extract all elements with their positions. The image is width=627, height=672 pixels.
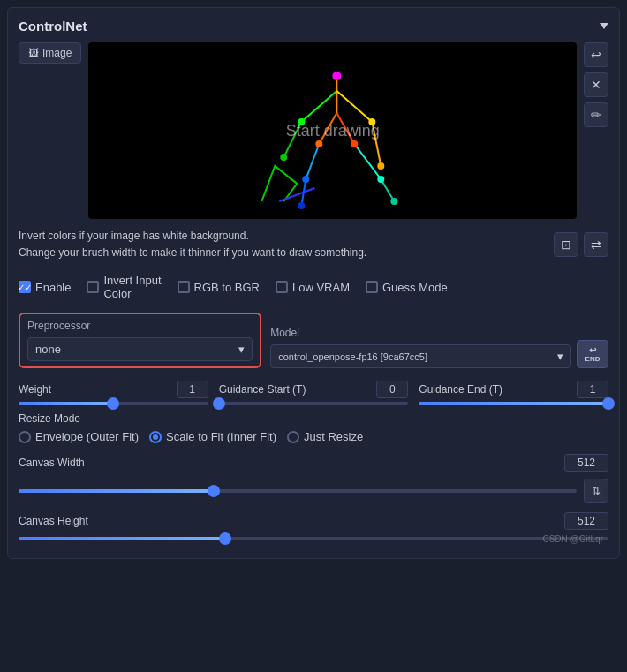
guidance-start-value: 0 — [376, 381, 408, 398]
resize-just-resize[interactable]: Just Resize — [287, 430, 363, 443]
weight-thumb[interactable] — [107, 397, 119, 410]
invert-input-checkbox[interactable]: Invert InputColor — [87, 274, 161, 300]
canvas-height-label: Canvas Height — [19, 515, 107, 527]
undo-icon: ↩ — [591, 48, 601, 62]
guidance-start-group: Guidance Start (T) 0 — [219, 381, 409, 405]
aspect-ratio-button[interactable]: ⇅ — [584, 479, 608, 503]
image-button[interactable]: 🖼 Image — [19, 42, 81, 64]
scale-fit-radio — [149, 431, 162, 443]
svg-line-2 — [302, 91, 337, 122]
end-arrow-icon: ↩ — [589, 345, 596, 355]
swap-button[interactable]: ⇄ — [584, 232, 608, 257]
swap-icon: ⇄ — [591, 238, 601, 252]
guidance-start-slider[interactable] — [219, 402, 409, 405]
canvas-height-value: 512 — [564, 512, 608, 530]
guess-mode-checkbox[interactable]: Guess Mode — [366, 281, 448, 294]
canvas-width-thumb[interactable] — [208, 485, 220, 497]
end-button[interactable]: ↩ END — [577, 340, 608, 368]
canvas-width-slider[interactable] — [19, 489, 577, 493]
weight-group: Weight 1 — [19, 381, 208, 405]
canvas-drawing-area[interactable]: Start drawing — [88, 42, 577, 219]
resize-mode-options: Envelope (Outer Fit) Scale to Fit (Inner… — [19, 430, 608, 443]
weight-value: 1 — [177, 381, 208, 398]
svg-point-16 — [316, 140, 323, 147]
envelope-radio — [19, 431, 31, 443]
svg-point-19 — [298, 202, 306, 209]
svg-line-22 — [280, 188, 315, 201]
guidance-end-label: Guidance End (T) — [419, 383, 502, 396]
rgb-cb-indicator — [178, 281, 190, 293]
panel-title: ControlNet — [19, 19, 87, 34]
preprocessor-label: Preprocessor — [27, 320, 253, 332]
svg-line-8 — [306, 144, 320, 179]
pencil-button[interactable]: ✏ — [584, 102, 608, 127]
panel-header: ControlNet — [19, 19, 608, 34]
canvas-controls: ↩ ✕ ✏ — [584, 42, 608, 127]
info-buttons: ⊡ ⇄ — [554, 232, 608, 257]
guidance-end-thumb[interactable] — [602, 397, 615, 410]
three-sliders: Weight 1 Guidance Start (T) 0 Guidance E… — [19, 381, 608, 405]
svg-point-20 — [378, 176, 385, 183]
pencil-icon: ✏ — [591, 108, 601, 122]
enable-cb-indicator: ✓ — [19, 281, 31, 293]
svg-point-21 — [391, 198, 398, 205]
preprocessor-group: Preprocessor none ▾ — [19, 313, 261, 368]
info-row: Invert colors if your image has white ba… — [19, 228, 608, 261]
canvas-width-value: 512 — [564, 454, 608, 472]
canvas-height-row: Canvas Height 512 — [19, 512, 608, 540]
model-group: Model control_openpose-fp16 [9ca67cc5] ▾ — [270, 327, 571, 368]
image-area: 🖼 Image — [19, 42, 608, 219]
canvas-height-thumb[interactable] — [219, 532, 231, 545]
svg-line-4 — [337, 91, 373, 122]
undo-button[interactable]: ↩ — [584, 42, 608, 67]
resize-envelope[interactable]: Envelope (Outer Fit) — [19, 430, 139, 443]
rgb-bgr-checkbox[interactable]: RGB to BGR — [178, 281, 260, 294]
guidance-end-slider[interactable] — [419, 402, 608, 405]
guidance-end-fill — [419, 402, 608, 405]
preprocessor-chevron-icon: ▾ — [238, 343, 245, 356]
watermark: CSDN @GitLqr — [543, 534, 604, 544]
screenshot-button[interactable]: ⊡ — [554, 232, 578, 257]
svg-point-13 — [281, 154, 288, 161]
enable-checkbox[interactable]: ✓ Enable — [19, 281, 71, 294]
guidance-end-value: 1 — [577, 381, 608, 398]
guidance-start-label: Guidance Start (T) — [219, 383, 306, 396]
canvas-height-fill — [19, 537, 225, 540]
lowvram-cb-indicator — [276, 281, 288, 293]
model-chevron-icon: ▾ — [557, 350, 563, 363]
guidance-start-thumb[interactable] — [213, 397, 225, 410]
resize-mode-label: Resize Mode — [19, 412, 608, 425]
svg-point-17 — [351, 140, 359, 147]
weight-label: Weight — [19, 383, 51, 396]
svg-point-0 — [333, 72, 342, 80]
resize-scale-fit[interactable]: Scale to Fit (Inner Fit) — [149, 430, 276, 443]
close-button[interactable]: ✕ — [584, 72, 608, 97]
canvas-width-fill — [19, 489, 214, 493]
dropdowns-row: Preprocessor none ▾ Model control_openpo… — [19, 313, 608, 368]
collapse-icon[interactable] — [600, 23, 608, 29]
just-resize-radio — [287, 431, 299, 443]
canvas-height-slider[interactable] — [19, 537, 608, 540]
weight-slider[interactable] — [19, 402, 208, 405]
preprocessor-select[interactable]: none ▾ — [27, 337, 253, 361]
weight-fill — [19, 402, 113, 405]
model-select[interactable]: control_openpose-fp16 [9ca67cc5] ▾ — [270, 344, 571, 368]
aspect-ratio-icon: ⇅ — [592, 485, 601, 497]
canvas-width-label: Canvas Width — [19, 457, 107, 469]
model-row: Model control_openpose-fp16 [9ca67cc5] ▾… — [270, 313, 608, 368]
guidance-end-group: Guidance End (T) 1 — [419, 381, 608, 405]
canvas-width-row: Canvas Width 512 ⇅ — [19, 454, 608, 503]
svg-point-18 — [303, 176, 310, 183]
guessmode-cb-indicator — [366, 281, 378, 293]
info-text: Invert colors if your image has white ba… — [19, 228, 366, 261]
invert-cb-indicator — [87, 281, 99, 293]
screenshot-icon: ⊡ — [561, 238, 571, 252]
low-vram-checkbox[interactable]: Low VRAM — [276, 281, 350, 294]
resize-mode-section: Resize Mode Envelope (Outer Fit) Scale t… — [19, 412, 608, 443]
svg-line-11 — [381, 179, 395, 201]
canvas-size-section: Canvas Width 512 ⇅ Canvas Height 512 — [19, 454, 608, 540]
checkboxes-row: ✓ Enable Invert InputColor RGB to BGR Lo… — [19, 274, 608, 300]
start-drawing-text: Start drawing — [286, 122, 380, 140]
svg-point-15 — [378, 162, 385, 170]
model-label: Model — [270, 327, 571, 339]
